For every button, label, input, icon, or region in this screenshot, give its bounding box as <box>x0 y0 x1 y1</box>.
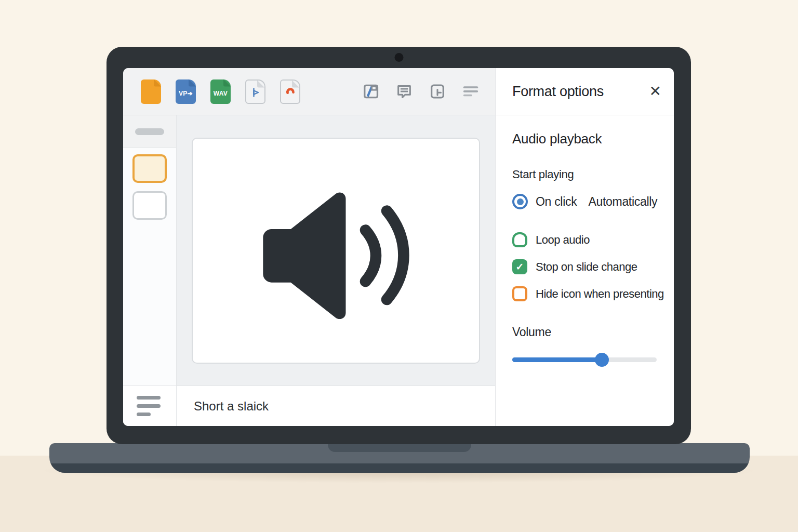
filmstrip-pill <box>135 128 164 135</box>
swirl-doc-icon[interactable] <box>280 79 300 104</box>
wav-doc-label: WAV <box>210 90 231 97</box>
panel-body: Audio playback Start playing On click Au… <box>496 115 674 367</box>
app-window: VP➔ WAV <box>123 68 674 426</box>
orange-doc-icon[interactable] <box>141 79 161 104</box>
volume-fill <box>512 357 602 362</box>
check-icon: ✓ <box>516 261 524 273</box>
filmstrip-thumbnails <box>123 148 176 385</box>
stop-on-slide-change-row: ✓ Stop on slide change <box>512 259 658 274</box>
comment-icon[interactable] <box>395 83 413 100</box>
slide-filmstrip <box>123 115 177 426</box>
hide-icon-label: Hide icon when presenting <box>536 287 664 301</box>
toolbar: VP➔ WAV <box>123 68 495 115</box>
on-click-label[interactable]: On click <box>536 195 577 209</box>
laptop-base-notch <box>328 443 471 452</box>
slide-editor: Short a slaick <box>177 115 495 426</box>
play-doc-icon[interactable] <box>245 79 265 104</box>
slide[interactable] <box>192 138 480 364</box>
play-glyph-icon <box>249 86 262 99</box>
format-options-panel: Format options ✕ Audio playback Start pl… <box>495 68 674 426</box>
volume-label: Volume <box>512 325 658 339</box>
hide-icon-checkbox[interactable] <box>512 286 527 301</box>
hide-icon-row: Hide icon when presenting <box>512 286 658 301</box>
illustration-scene: VP➔ WAV <box>0 0 798 532</box>
volume-slider[interactable] <box>512 353 657 367</box>
speaker-audio-icon[interactable] <box>237 170 435 330</box>
wav-doc-icon[interactable]: WAV <box>210 79 231 104</box>
start-playing-label: Start playing <box>512 168 658 181</box>
loop-audio-checkbox[interactable] <box>512 232 527 247</box>
text-line <box>137 404 161 408</box>
vp-doc-label: VP➔ <box>176 90 196 97</box>
volume-thumb[interactable] <box>595 353 609 367</box>
loop-audio-label: Loop audio <box>536 233 590 247</box>
panel-header: Format options ✕ <box>496 68 674 115</box>
panel-title: Format options <box>512 84 604 100</box>
playback-checkboxes: Loop audio ✓ Stop on slide change Hide i… <box>512 232 658 301</box>
menu-icon[interactable] <box>462 83 480 100</box>
editor-region: VP➔ WAV <box>123 68 495 426</box>
laptop-base-edge <box>49 463 750 473</box>
slide-thumbnail-2[interactable] <box>132 191 167 220</box>
automatically-option[interactable]: Automatically <box>588 195 657 209</box>
stop-on-slide-change-label: Stop on slide change <box>536 260 637 274</box>
slide-thumbnail-1-selected[interactable] <box>132 154 167 183</box>
text-line <box>137 413 151 416</box>
swirl-glyph-icon <box>284 86 297 99</box>
text-line <box>137 396 161 400</box>
laptop-screen: VP➔ WAV <box>107 47 691 444</box>
vp-doc-icon[interactable]: VP➔ <box>176 79 196 104</box>
speaker-notes-bar[interactable]: Short a slaick <box>177 385 495 426</box>
laptop-base <box>49 443 750 473</box>
close-icon[interactable]: ✕ <box>649 84 661 99</box>
start-playing-options: On click Automatically <box>512 194 658 209</box>
filmstrip-footer-lines <box>123 385 176 426</box>
audio-playback-heading: Audio playback <box>512 131 658 147</box>
new-window-icon[interactable] <box>429 83 446 100</box>
present-icon[interactable] <box>362 83 380 100</box>
on-click-radio[interactable] <box>512 194 528 209</box>
stop-on-slide-change-checkbox[interactable]: ✓ <box>512 259 527 274</box>
workspace: Short a slaick <box>123 115 495 426</box>
slide-canvas <box>177 115 495 385</box>
speaker-notes-text[interactable]: Short a slaick <box>194 399 269 414</box>
toolbar-actions <box>362 83 480 100</box>
webcam-dot <box>394 53 403 62</box>
radio-dot <box>517 198 524 205</box>
filmstrip-header <box>123 115 176 148</box>
loop-audio-row: Loop audio <box>512 232 658 247</box>
